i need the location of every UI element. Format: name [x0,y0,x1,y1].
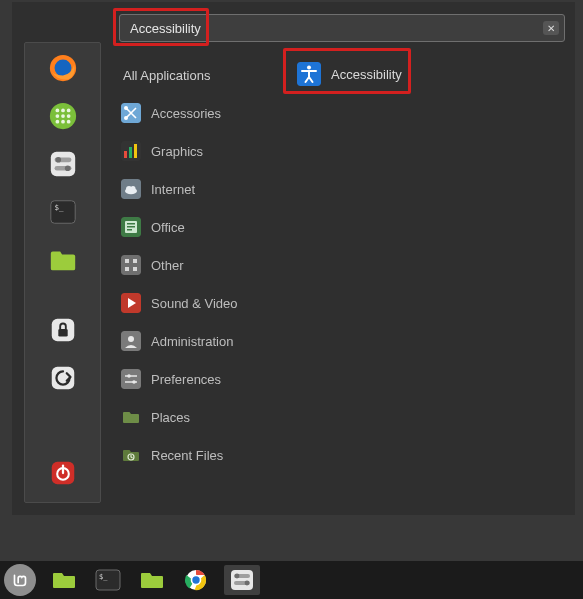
category-label: Accessories [151,106,221,121]
application-menu: $_ [12,2,575,515]
favorite-lock[interactable] [48,315,78,345]
svg-rect-49 [121,369,141,389]
category-label: Places [151,410,190,425]
category-label: Administration [151,334,233,349]
accessibility-icon [297,62,321,86]
category-recent[interactable]: Recent Files [119,436,269,474]
svg-text:$_: $_ [99,573,108,581]
category-label: Internet [151,182,195,197]
favorite-terminal[interactable]: $_ [48,197,78,227]
category-accessories[interactable]: Accessories [119,94,269,132]
menu-right-area: ✕ All Applications Accessories [101,2,575,515]
favorite-files[interactable] [48,245,78,275]
category-label: Other [151,258,184,273]
terminal-icon: $_ [48,197,78,227]
play-icon [121,293,141,313]
chrome-icon [183,569,209,591]
favorite-firefox[interactable] [48,53,78,83]
svg-rect-31 [134,144,137,158]
favorite-settings[interactable] [48,149,78,179]
favorites-column: $_ [24,42,101,503]
folder-icon [139,569,165,591]
svg-point-27 [124,116,128,120]
taskbar-menu-button[interactable] [4,564,36,596]
svg-rect-39 [127,226,135,228]
svg-point-53 [132,380,136,384]
logout-icon [48,363,78,393]
backspace-x-icon: ✕ [547,23,555,34]
category-places[interactable]: Places [119,398,269,436]
svg-rect-44 [125,267,129,271]
sliders-icon [121,369,141,389]
admin-icon [121,331,141,351]
svg-rect-42 [125,259,129,263]
svg-point-3 [55,109,59,113]
category-other[interactable]: Other [119,246,269,284]
svg-point-9 [55,120,59,124]
cloud-icon [121,179,141,199]
svg-point-16 [64,165,70,171]
results-list: Accessibility [291,56,565,474]
scissors-icon [121,103,141,123]
favorite-apps[interactable] [48,101,78,131]
svg-point-67 [245,581,250,586]
svg-point-4 [61,109,65,113]
settings-toggles-icon [48,149,78,179]
folder-small-icon [121,407,141,427]
category-administration[interactable]: Administration [119,322,269,360]
taskbar-chrome[interactable] [180,567,212,593]
category-label: Office [151,220,185,235]
power-button[interactable] [48,458,78,488]
power-icon [48,458,78,488]
svg-rect-63 [231,570,253,590]
grid-icon [121,255,141,275]
mint-logo-icon [9,569,31,591]
taskbar-show-desktop[interactable] [48,567,80,593]
svg-point-57 [10,570,30,590]
svg-point-11 [66,120,70,124]
category-preferences[interactable]: Preferences [119,360,269,398]
search-row: ✕ [119,14,565,42]
svg-point-35 [131,186,136,191]
taskbar-terminal[interactable]: $_ [92,567,124,593]
svg-point-6 [55,114,59,118]
office-icon [121,217,141,237]
svg-point-8 [66,114,70,118]
svg-point-10 [61,120,65,124]
svg-point-14 [55,157,61,163]
search-input[interactable] [130,21,536,36]
svg-point-51 [127,374,131,378]
category-label: All Applications [123,68,210,83]
svg-rect-30 [129,147,132,158]
svg-point-48 [128,336,134,342]
graphics-icon [121,141,141,161]
folder-icon [48,245,78,275]
svg-rect-12 [50,152,74,176]
categories-list: All Applications Accessories [119,56,269,474]
taskbar-files[interactable] [136,567,168,593]
category-internet[interactable]: Internet [119,170,269,208]
recent-folder-icon [121,445,141,465]
search-box[interactable] [119,14,565,42]
clear-search-button[interactable]: ✕ [543,21,559,35]
terminal-icon: $_ [95,569,121,591]
svg-rect-41 [121,255,141,275]
favorite-logout[interactable] [48,363,78,393]
svg-rect-38 [127,223,135,225]
result-label: Accessibility [331,67,402,82]
svg-rect-40 [127,229,132,231]
svg-rect-43 [133,259,137,263]
firefox-icon [48,53,78,83]
result-accessibility[interactable]: Accessibility [291,56,416,92]
category-graphics[interactable]: Graphics [119,132,269,170]
svg-text:$_: $_ [54,203,64,212]
category-sound-video[interactable]: Sound & Video [119,284,269,322]
category-label: Sound & Video [151,296,238,311]
taskbar: $_ [0,561,583,599]
taskbar-settings[interactable] [224,565,260,595]
svg-rect-20 [58,329,67,337]
category-all[interactable]: All Applications [119,56,269,94]
category-office[interactable]: Office [119,208,269,246]
svg-point-26 [124,106,128,110]
svg-point-65 [235,574,240,579]
